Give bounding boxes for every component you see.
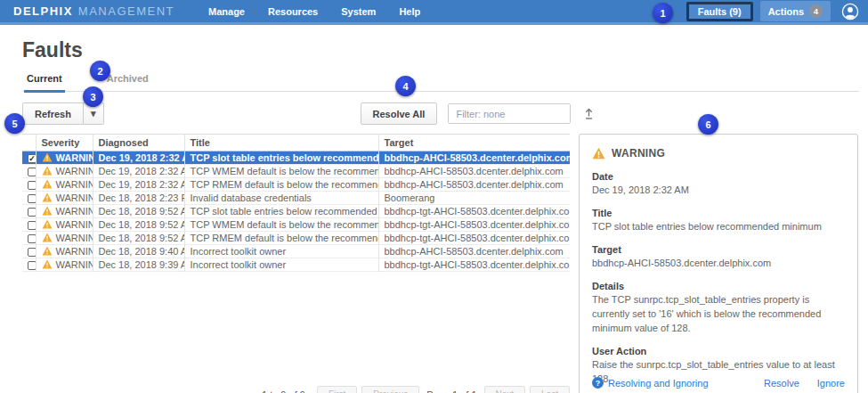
refresh-button[interactable]: Refresh <box>22 102 84 125</box>
pagination-page-label: Page 1 of 1 <box>426 389 476 393</box>
callout-3: 3 <box>83 86 103 107</box>
detail-title-value: TCP slot table entries below recommended… <box>592 220 845 234</box>
pagination-range: 1 to 9 of 9 <box>262 389 305 393</box>
first-page-button[interactable]: First <box>317 386 357 393</box>
severity-text: WARNING <box>56 246 93 257</box>
menu-help[interactable]: Help <box>399 6 420 17</box>
resolve-all-button[interactable]: Resolve All <box>361 102 438 125</box>
diagnosed-column-header[interactable]: Diagnosed <box>93 135 184 151</box>
detail-target-value: bbdhcp-AHCI-58503.dcenter.delphix.com <box>592 257 845 271</box>
title-column-header[interactable]: Title <box>184 135 378 151</box>
severity-text: WARNING <box>56 206 93 217</box>
row-checkbox[interactable] <box>28 168 36 176</box>
next-page-button[interactable]: Next <box>484 386 526 393</box>
top-navbar: DELPHIX MANAGEMENT Manage Resources Syst… <box>0 0 868 25</box>
faults-button[interactable]: Faults (9) <box>686 2 753 21</box>
last-page-button[interactable]: Last <box>530 386 570 393</box>
brand-secondary: MANAGEMENT <box>78 4 174 18</box>
severity-column-header[interactable]: Severity <box>36 135 93 151</box>
menu-system[interactable]: System <box>341 6 376 17</box>
page-title: Faults <box>22 38 859 62</box>
warning-icon <box>592 147 605 160</box>
menu-manage[interactable]: Manage <box>208 6 245 17</box>
callout-6: 6 <box>698 114 718 135</box>
target-cell: bbdhcp-AHCI-58503.dcenter.delphix.com <box>378 151 570 165</box>
target-cell: bbdhcp-AHCI-58503.dcenter.delphix.com <box>378 245 570 258</box>
row-checkbox[interactable] <box>28 234 36 243</box>
select-column-header <box>22 135 36 151</box>
title-cell: TCP WMEM default is below the recommende… <box>184 165 378 178</box>
table-row[interactable]: WARNINGDec 19, 2018 2:32 AMTCP WMEM defa… <box>22 165 570 178</box>
diagnosed-cell: Dec 18, 2018 9:39 AM <box>93 258 184 272</box>
table-row[interactable]: WARNINGDec 18, 2018 9:39 AMIncorrect too… <box>22 258 570 272</box>
callout-5: 5 <box>4 113 25 134</box>
callout-4: 4 <box>395 76 416 96</box>
row-checkbox-cell <box>22 192 36 205</box>
row-checkbox-cell: ✓ <box>22 151 36 165</box>
diagnosed-cell: Dec 18, 2018 2:23 PM <box>93 192 184 205</box>
table-row[interactable]: WARNINGDec 18, 2018 2:23 PMInvalid datab… <box>22 192 570 205</box>
table-row[interactable]: WARNINGDec 18, 2018 9:52 AMTCP RMEM defa… <box>22 232 570 245</box>
row-checkbox-cell <box>22 245 36 258</box>
row-checkbox[interactable] <box>28 181 36 190</box>
target-cell: bbdhcp-AHCI-58503.dcenter.delphix.com <box>378 178 570 192</box>
row-checkbox-cell <box>22 205 36 218</box>
diagnosed-cell: Dec 19, 2018 2:32 AM <box>93 165 184 178</box>
ignore-link[interactable]: Ignore <box>817 378 845 389</box>
menu-resources[interactable]: Resources <box>268 6 318 17</box>
row-checkbox-cell <box>22 178 36 192</box>
severity-cell: WARNING <box>36 151 93 165</box>
warning-icon <box>42 179 53 189</box>
row-checkbox-cell <box>22 165 36 178</box>
user-profile-icon[interactable] <box>841 3 859 20</box>
title-cell: TCP RMEM default is below the recommende… <box>184 178 378 192</box>
row-checkbox[interactable] <box>28 261 36 270</box>
diagnosed-cell: Dec 18, 2018 9:52 AM <box>93 218 184 232</box>
row-checkbox[interactable] <box>28 221 36 230</box>
tab-current[interactable]: Current <box>24 73 65 93</box>
actions-count-badge: 4 <box>809 4 823 18</box>
previous-page-button[interactable]: Previous <box>361 386 419 393</box>
resolving-ignoring-link[interactable]: ? Resolving and Ignoring <box>592 377 709 389</box>
actions-button[interactable]: Actions 4 <box>760 1 831 21</box>
brand-primary: DELPHIX <box>13 4 73 18</box>
fault-detail-panel: WARNING Date Dec 19, 2018 2:32 AM Title … <box>579 134 858 393</box>
callout-1: 1 <box>653 3 673 23</box>
table-row[interactable]: ✓WARNINGDec 19, 2018 2:32 AMTCP slot tab… <box>22 151 570 165</box>
severity-cell: WARNING <box>36 218 93 232</box>
table-row[interactable]: WARNINGDec 18, 2018 9:52 AMTCP slot tabl… <box>22 205 570 218</box>
table-row[interactable]: WARNINGDec 18, 2018 9:52 AMTCP WMEM defa… <box>22 218 570 232</box>
title-cell: Incorrect toolkit owner <box>184 258 378 272</box>
warning-icon <box>42 152 53 162</box>
warning-icon <box>42 219 53 229</box>
row-checkbox[interactable]: ✓ <box>28 154 36 163</box>
detail-target-label: Target <box>592 244 845 255</box>
warning-icon <box>42 166 53 176</box>
resolving-ignoring-label: Resolving and Ignoring <box>608 378 709 389</box>
export-icon[interactable] <box>582 107 596 120</box>
severity-text: WARNING <box>56 166 93 176</box>
detail-actions: Resolve Ignore <box>764 378 845 389</box>
title-cell: TCP RMEM default is below the recommende… <box>184 232 378 245</box>
severity-cell: WARNING <box>36 192 93 205</box>
tab-archived[interactable]: Archived <box>104 73 151 91</box>
filter-input[interactable] <box>448 103 571 124</box>
resolve-link[interactable]: Resolve <box>764 378 799 389</box>
diagnosed-cell: Dec 19, 2018 2:32 AM <box>93 178 184 192</box>
title-cell: TCP WMEM default is below the recommende… <box>184 218 378 232</box>
detail-date-section: Date Dec 19, 2018 2:32 AM <box>592 171 845 198</box>
pagination: 1 to 9 of 9 First Previous Page 1 of 1 N… <box>262 386 570 393</box>
severity-text: WARNING <box>56 192 93 203</box>
severity-cell: WARNING <box>36 232 93 245</box>
target-column-header[interactable]: Target <box>378 135 570 151</box>
target-cell: bbdhcp-tgt-AHCI-58503.dcenter.delphix.co… <box>378 205 570 218</box>
row-checkbox[interactable] <box>28 248 36 257</box>
table-row[interactable]: WARNINGDec 18, 2018 9:40 AMIncorrect too… <box>22 245 570 258</box>
row-checkbox[interactable] <box>28 208 36 217</box>
detail-target-section: Target bbdhcp-AHCI-58503.dcenter.delphix… <box>592 244 845 271</box>
target-cell: bbdhcp-tgt-AHCI-58503.dcenter.delphix.co… <box>378 258 570 272</box>
warning-icon <box>42 259 53 269</box>
row-checkbox[interactable] <box>28 194 36 203</box>
severity-text: WARNING <box>56 259 93 270</box>
table-row[interactable]: WARNINGDec 19, 2018 2:32 AMTCP RMEM defa… <box>22 178 570 192</box>
